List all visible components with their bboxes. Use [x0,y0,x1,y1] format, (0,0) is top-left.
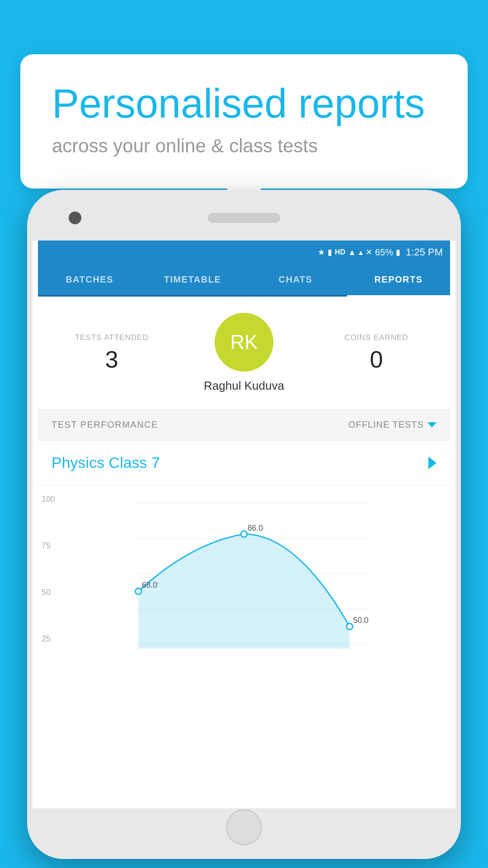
tests-attended-block: TESTS ATTENDED 3 [52,333,172,373]
performance-section: TEST PERFORMANCE OFFLINE TESTS [38,410,450,440]
hd-icon: HD [335,248,345,256]
coins-earned-value: 0 [316,346,436,373]
chevron-down-icon [427,422,436,428]
bottom-bezel [33,808,455,854]
battery-icon: ▮ [396,247,400,257]
avatar: RK [215,313,273,372]
profile-section: TESTS ATTENDED 3 RK Raghul Kuduva COINS … [38,297,450,410]
coins-earned-label: COINS EARNED [316,333,436,342]
bubble-title: Personalised reports [52,81,436,126]
avatar-initials: RK [230,331,258,354]
chevron-right-icon [428,457,436,469]
data-point-3 [347,623,353,630]
class-row[interactable]: Physics Class 7 [38,440,450,486]
y-axis: 100 75 50 25 [42,486,55,657]
status-icons: ★ ▮ HD ▲ ▴ ✕ 65% ▮ 1:25 PM [318,246,443,258]
data-label-2: 86.0 [248,524,263,533]
data-label-3: 50.0 [353,616,368,625]
tab-chats[interactable]: CHATS [244,264,347,297]
offline-tests-button[interactable]: OFFLINE TESTS [348,420,436,430]
status-time: 1:25 PM [406,246,443,258]
tab-timetable[interactable]: TIMETABLE [141,264,244,297]
y-label-75: 75 [42,541,55,551]
signal-icon: ▴ [359,247,363,257]
performance-label: TEST PERFORMANCE [52,420,158,430]
tests-attended-label: TESTS ATTENDED [52,333,172,342]
y-label-50: 50 [42,588,55,597]
nav-tabs: BATCHES TIMETABLE CHATS REPORTS [38,264,450,297]
y-label-100: 100 [42,495,55,504]
tests-attended-value: 3 [52,346,172,373]
coins-earned-block: COINS EARNED 0 [316,333,436,373]
bluetooth-icon: ★ [318,247,325,257]
screen: ★ ▮ HD ▲ ▴ ✕ 65% ▮ 1:25 PM BATCHES TIMET… [38,241,450,808]
chart-area: 100 75 50 25 [38,486,450,657]
tab-batches[interactable]: BATCHES [38,264,141,297]
phone-frame: ★ ▮ HD ▲ ▴ ✕ 65% ▮ 1:25 PM BATCHES TIMET… [27,190,461,859]
camera-icon [69,212,81,224]
chart-area-fill [138,534,349,648]
tab-reports[interactable]: REPORTS [347,264,450,297]
x-icon: ✕ [366,247,372,257]
data-point-2 [241,531,247,538]
y-label-25: 25 [42,634,55,644]
speaker [208,213,280,223]
wifi-icon: ▲ [348,248,356,257]
battery-level: 65% [375,247,393,258]
home-button[interactable] [226,809,262,845]
phone-top-bezel [33,195,455,241]
offline-tests-label: OFFLINE TESTS [348,420,424,430]
avatar-name: Raghul Kuduva [204,379,284,393]
class-name: Physics Class 7 [52,454,160,472]
bubble-subtitle: across your online & class tests [52,135,436,157]
phone-inner: ★ ▮ HD ▲ ▴ ✕ 65% ▮ 1:25 PM BATCHES TIMET… [33,195,455,854]
data-label-1: 68.0 [142,580,157,590]
vibrate-icon: ▮ [328,247,332,257]
status-bar: ★ ▮ HD ▲ ▴ ✕ 65% ▮ 1:25 PM [38,241,450,264]
data-point-1 [136,588,142,594]
speech-bubble: Personalised reports across your online … [20,54,468,189]
chart-svg: 68.0 86.0 50.0 [38,490,450,657]
avatar-block: RK Raghul Kuduva [172,313,316,393]
